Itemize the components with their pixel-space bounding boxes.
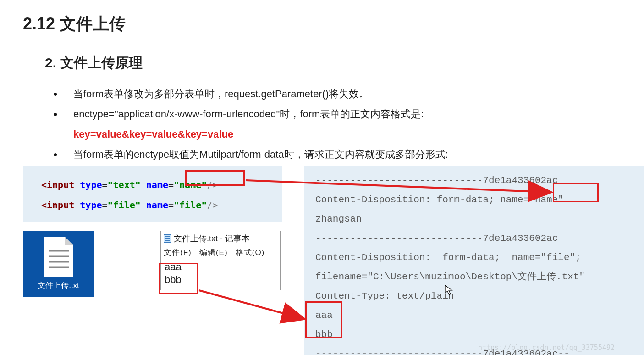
watermark-text: https://blog.csdn.net/qq_33755492 bbox=[478, 344, 615, 352]
bullet-text-3: 当form表单的enctype取值为Mutilpart/form-data时，请… bbox=[73, 149, 448, 160]
bullet-item-3: 当form表单的enctype取值为Mutilpart/form-data时，请… bbox=[50, 144, 621, 165]
bullet-text-2: enctype="application/x-www-form-urlencod… bbox=[73, 108, 424, 120]
encoding-example-red: key=value&key=value&key=value bbox=[73, 124, 621, 144]
section-title: 2.12 文件上传 bbox=[23, 13, 621, 35]
bullet-item-1: 当form表单修改为多部分表单时，request.getParameter()将… bbox=[50, 84, 621, 104]
bullet-text-1: 当form表单修改为多部分表单时，request.getParameter()将… bbox=[73, 88, 369, 100]
arrow-name-to-name bbox=[246, 180, 550, 192]
arrows-overlay bbox=[23, 166, 644, 355]
arrow-content-to-body bbox=[199, 290, 303, 319]
sub-title: 2. 文件上传原理 bbox=[45, 54, 621, 72]
bullet-item-2: enctype="application/x-www-form-urlencod… bbox=[50, 104, 621, 144]
diagram-area: <input type="text" name="name"/> <input … bbox=[23, 166, 621, 355]
bullet-list: 当form表单修改为多部分表单时，request.getParameter()将… bbox=[50, 84, 621, 165]
